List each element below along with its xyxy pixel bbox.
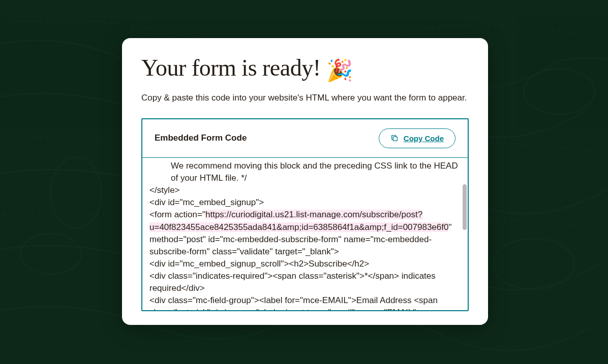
modal-title-text: Your form is ready!	[141, 55, 321, 81]
modal-title: Your form is ready! 🎉	[141, 54, 469, 83]
svg-point-2	[51, 157, 102, 228]
svg-point-0	[493, 239, 574, 289]
code-panel-label: Embedded Form Code	[155, 133, 247, 143]
modal-subtitle: Copy & paste this code into your website…	[141, 93, 469, 103]
party-popper-icon: 🎉	[326, 59, 353, 82]
scrollbar-thumb[interactable]	[463, 184, 467, 230]
code-body[interactable]: We recommend moving this block and the p…	[142, 158, 468, 310]
copy-button-label: Copy Code	[404, 134, 444, 143]
code-line: <div id="mc_embed_signup">	[149, 196, 461, 209]
code-line: </style>	[149, 184, 461, 196]
code-panel-header: Embedded Form Code Copy Code	[142, 119, 468, 158]
form-ready-modal: Your form is ready! 🎉 Copy & paste this …	[122, 38, 488, 325]
code-line: <form action="https://curiodigital.us21.…	[149, 209, 461, 258]
copy-icon	[390, 134, 399, 142]
svg-rect-4	[393, 137, 397, 141]
code-line: <div class="indicates-required"><span cl…	[149, 270, 461, 294]
embedded-code-panel: Embedded Form Code Copy Code We recommen…	[141, 118, 469, 311]
code-line: We recommend moving this block and the p…	[149, 160, 461, 184]
svg-point-3	[524, 69, 595, 114]
code-line: <div class="mc-field-group"><label for="…	[149, 294, 461, 310]
copy-code-button[interactable]: Copy Code	[379, 128, 455, 148]
scrollbar-track[interactable]	[461, 158, 467, 310]
code-content[interactable]: We recommend moving this block and the p…	[142, 158, 468, 310]
svg-point-1	[20, 234, 81, 274]
code-line: <div id="mc_embed_signup_scroll"><h2>Sub…	[149, 258, 461, 270]
